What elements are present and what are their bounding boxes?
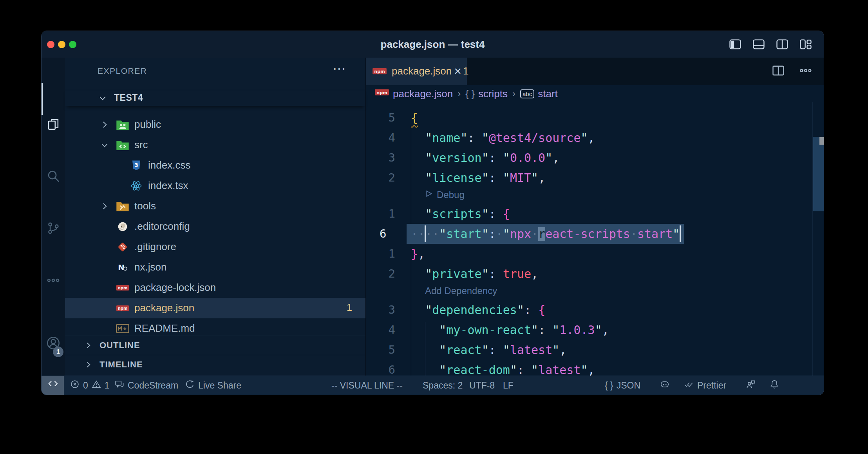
code-line[interactable]: 1}, xyxy=(366,244,824,264)
svg-text:npm: npm xyxy=(118,306,128,311)
react-icon xyxy=(130,180,143,192)
line-number: 1 xyxy=(366,247,395,260)
code-token: " xyxy=(482,151,489,165)
code-line[interactable]: 3 "dependencies": { xyxy=(366,300,824,320)
folder-src-icon xyxy=(116,139,129,151)
codelens-label: Add Dependency xyxy=(425,285,497,296)
file-tree: publicsrc3index.cssindex.tsxtools.editor… xyxy=(65,105,365,336)
tree-item-nx-json[interactable]: Nnx.json xyxy=(65,257,365,278)
code-token: " xyxy=(552,323,559,337)
status-language-mode[interactable]: { }JSON xyxy=(605,376,640,395)
code-line[interactable]: 4 "my-own-react": "1.0.3", xyxy=(366,320,824,340)
code-line[interactable]: 5{ xyxy=(366,108,824,128)
code-line[interactable]: 2 "license": "MIT", xyxy=(366,168,824,188)
layout-controls xyxy=(728,38,813,51)
sidebar-title: EXPLORER xyxy=(98,66,147,76)
breadcrumb-item-start[interactable]: abcstart xyxy=(520,88,558,100)
code-token: " xyxy=(482,343,489,357)
status-encoding[interactable]: UTF-8 xyxy=(469,376,495,395)
code-line[interactable]: 4 "name": "@test4/source", xyxy=(366,128,824,148)
customize-layout-icon[interactable] xyxy=(799,38,813,51)
code-token: } xyxy=(411,247,418,261)
tree-item--editorconfig[interactable]: .editorconfig xyxy=(65,216,365,237)
codelens-link[interactable]: Debug xyxy=(425,189,465,200)
code-token: latest xyxy=(510,343,552,357)
codelens-link[interactable]: Add Dependency xyxy=(425,285,497,296)
code-token: private xyxy=(432,267,481,281)
code-line[interactable]: 5 "react": "latest", xyxy=(366,340,824,360)
code-token: npx xyxy=(510,227,531,241)
tree-item-src[interactable]: src xyxy=(65,135,365,155)
status-prettier[interactable]: Prettier xyxy=(684,376,726,395)
code-token: : xyxy=(517,363,531,376)
accounts-button[interactable]: 1 xyxy=(42,328,65,360)
activity-item-explorer[interactable] xyxy=(42,109,65,141)
line-number: 5 xyxy=(366,111,395,124)
timeline-section-header[interactable]: TIMELINE xyxy=(65,355,365,374)
activity-item-search[interactable] xyxy=(42,161,65,192)
breadcrumb-item-scripts[interactable]: { }scripts xyxy=(465,88,508,100)
line-number: 2 xyxy=(366,267,395,280)
git-icon xyxy=(116,241,129,253)
comment-icon xyxy=(114,379,125,392)
status-label: Spaces: 2 xyxy=(423,380,463,391)
code-token: " xyxy=(581,363,588,376)
code-line[interactable]: 3 "version": "0.0.0", xyxy=(366,148,824,168)
activity-item-source-control[interactable] xyxy=(42,213,65,245)
tree-root-test4[interactable]: TEST4 xyxy=(65,90,365,106)
tree-item-package-json[interactable]: npmpackage.json1 xyxy=(65,298,365,318)
tree-item-label: index.css xyxy=(148,159,190,171)
line-number: 3 xyxy=(366,151,395,164)
tree-item-label: README.md xyxy=(134,322,195,334)
code-line[interactable]: 1 "scripts": { xyxy=(366,204,824,224)
npm-icon: npm xyxy=(116,282,129,294)
status-label: 1 xyxy=(105,380,110,391)
editor-more-actions-icon[interactable] xyxy=(799,64,813,79)
code-line[interactable]: 6 "react-dom": "latest", xyxy=(366,360,824,376)
breadcrumb-item-package-json[interactable]: npmpackage.json xyxy=(374,87,453,100)
status-eol[interactable]: LF xyxy=(503,376,514,395)
split-editor-icon[interactable] xyxy=(771,64,785,79)
status-codestream[interactable]: CodeStream xyxy=(114,376,178,395)
tree-item-readme-md[interactable]: README.md xyxy=(65,318,365,336)
svg-text:npm: npm xyxy=(118,286,128,290)
toggle-secondary-sidebar-icon[interactable] xyxy=(775,38,789,51)
code-token: " xyxy=(673,227,680,241)
code-token: true xyxy=(503,267,531,281)
code-area[interactable]: 5{4 "name": "@test4/source",3 "version":… xyxy=(366,102,824,376)
line-content: }, xyxy=(411,247,425,261)
tab-package-json[interactable]: npm package.json 1 × xyxy=(366,58,467,85)
status-notifications[interactable] xyxy=(769,376,779,395)
remote-indicator[interactable] xyxy=(42,376,64,395)
tree-item-tools[interactable]: tools xyxy=(65,196,365,216)
status-feedback[interactable] xyxy=(746,376,756,395)
status-label: 0 xyxy=(83,380,88,391)
code-line[interactable]: 2 "private": true, xyxy=(366,264,824,284)
codelens-row: Add Dependency xyxy=(366,284,824,300)
status-problems[interactable]: 01 xyxy=(70,376,110,395)
status-label: UTF-8 xyxy=(469,380,495,391)
status-indentation[interactable]: Spaces: 2 xyxy=(423,376,463,395)
activity-item-more-views[interactable] xyxy=(42,265,65,297)
toggle-panel-icon[interactable] xyxy=(752,38,766,51)
outline-section-header[interactable]: OUTLINE xyxy=(65,336,365,355)
code-token: " xyxy=(439,323,446,337)
tree-item-index-css[interactable]: 3index.css xyxy=(65,155,365,176)
status-live-share[interactable]: Live Share xyxy=(185,376,241,395)
status-vim-mode[interactable]: -- VISUAL LINE -- xyxy=(331,376,403,395)
explorer-more-actions-icon[interactable]: ⋯ xyxy=(333,61,347,76)
tree-item-index-tsx[interactable]: index.tsx xyxy=(65,176,365,196)
code-token: " xyxy=(482,171,489,185)
code-line[interactable]: 6····"start":·"npx·react-scripts·start" xyxy=(366,224,824,244)
code-token: " xyxy=(581,131,588,145)
tree-item-package-lock-json[interactable]: npmpackage-lock.json xyxy=(65,278,365,298)
status-copilot[interactable] xyxy=(660,376,670,395)
tree-item--gitignore[interactable]: .gitignore xyxy=(65,237,365,257)
scm-icon xyxy=(46,221,61,237)
more-icon xyxy=(46,273,61,289)
tree-item-public[interactable]: public xyxy=(65,114,365,135)
code-token: { xyxy=(411,111,418,125)
toggle-primary-sidebar-icon[interactable] xyxy=(728,38,742,51)
code-token: " xyxy=(425,171,432,185)
close-tab-icon[interactable]: × xyxy=(454,64,461,78)
